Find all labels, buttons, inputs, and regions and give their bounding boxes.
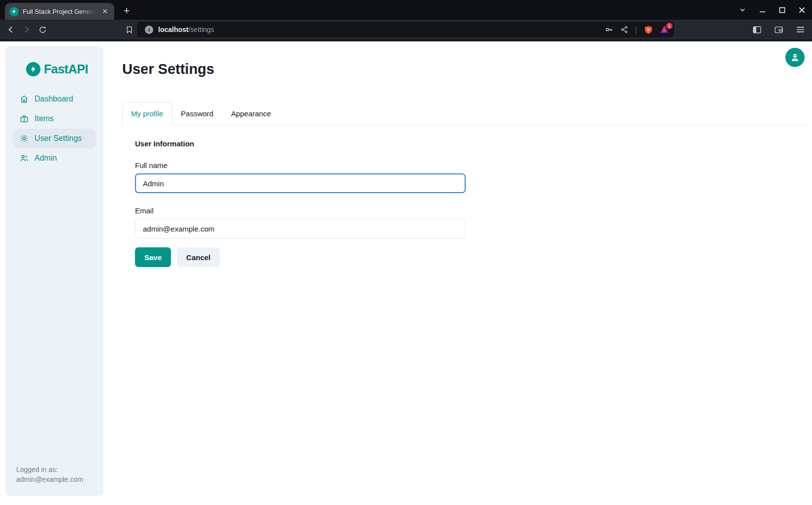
browser-tab[interactable]: Full Stack Project Genera ✕ bbox=[5, 3, 114, 20]
gear-icon bbox=[20, 134, 29, 143]
address-bar[interactable]: i localhost /settings | bbox=[137, 22, 674, 37]
email-label: Email bbox=[135, 206, 466, 215]
logged-in-footer: Logged in as: admin@example.com bbox=[16, 465, 83, 484]
users-icon bbox=[20, 154, 29, 163]
tab-close-icon[interactable]: ✕ bbox=[100, 7, 110, 16]
email-input[interactable] bbox=[135, 219, 466, 238]
tab-password[interactable]: Password bbox=[172, 102, 222, 125]
tab-search-chevron-icon[interactable] bbox=[736, 3, 749, 16]
browser-tab-strip: Full Stack Project Genera ✕ + bbox=[0, 0, 812, 20]
logo-text: FastAPI bbox=[44, 62, 88, 76]
wallet-icon[interactable] bbox=[772, 23, 785, 36]
sidebar-item-label: Items bbox=[34, 114, 54, 123]
fastapi-logo: FastAPI bbox=[26, 62, 88, 76]
tab-title: Full Stack Project Genera bbox=[23, 8, 96, 15]
app-sidebar: FastAPI Dashboard Items User Settings Ad… bbox=[5, 46, 103, 496]
cancel-button[interactable]: Cancel bbox=[177, 247, 220, 267]
settings-tab-list: My profile Password Appearance bbox=[122, 102, 806, 125]
form-actions: Save Cancel bbox=[135, 247, 466, 267]
sidebar-item-label: Dashboard bbox=[34, 95, 73, 103]
sidebar-item-label: Admin bbox=[34, 154, 57, 163]
sidebar-item-label: User Settings bbox=[34, 134, 82, 143]
section-title: User Information bbox=[135, 139, 466, 148]
fastapi-favicon-icon bbox=[9, 7, 19, 16]
chrome-page-divider bbox=[0, 39, 812, 41]
window-close-button[interactable] bbox=[795, 3, 808, 16]
browser-toolbar: i localhost /settings | bbox=[0, 20, 812, 39]
profile-panel: User Information Full name Email Save Ca… bbox=[135, 139, 466, 267]
sidebar-toggle-icon[interactable] bbox=[750, 23, 764, 36]
brave-shield-icon[interactable] bbox=[644, 25, 653, 34]
fastapi-bolt-icon bbox=[26, 62, 40, 76]
rewards-badge: 1 bbox=[666, 23, 673, 29]
sidebar-item-dashboard[interactable]: Dashboard bbox=[13, 89, 96, 109]
sidebar-nav: Dashboard Items User Settings Admin bbox=[13, 89, 96, 168]
reload-button[interactable] bbox=[35, 23, 49, 36]
home-icon bbox=[20, 95, 29, 103]
password-key-icon[interactable] bbox=[605, 25, 613, 34]
full-name-label: Full name bbox=[135, 161, 466, 169]
bookmark-icon[interactable] bbox=[122, 23, 136, 36]
tab-appearance[interactable]: Appearance bbox=[222, 102, 280, 125]
tab-my-profile[interactable]: My profile bbox=[122, 102, 172, 125]
url-path: /settings bbox=[188, 26, 214, 34]
toolbar-divider: | bbox=[635, 26, 637, 34]
brave-rewards-icon[interactable]: 1 bbox=[660, 25, 669, 34]
window-maximize-button[interactable] bbox=[776, 3, 788, 16]
user-icon bbox=[790, 52, 800, 63]
page-title: User Settings bbox=[122, 61, 214, 77]
sidebar-item-admin[interactable]: Admin bbox=[13, 148, 96, 168]
site-info-icon[interactable]: i bbox=[145, 26, 153, 34]
new-tab-button[interactable]: + bbox=[120, 4, 134, 18]
logged-in-label: Logged in as: bbox=[16, 465, 83, 474]
share-icon[interactable] bbox=[620, 26, 628, 34]
sidebar-item-user-settings[interactable]: User Settings bbox=[13, 129, 96, 148]
logged-in-email: admin@example.com bbox=[16, 474, 83, 484]
back-button[interactable] bbox=[4, 23, 18, 36]
user-avatar-button[interactable] bbox=[785, 48, 805, 67]
sidebar-item-items[interactable]: Items bbox=[13, 109, 96, 129]
window-minimize-button[interactable] bbox=[756, 3, 769, 16]
full-name-input[interactable] bbox=[135, 173, 466, 193]
briefcase-icon bbox=[20, 114, 29, 123]
forward-button bbox=[20, 23, 34, 36]
url-host: localhost bbox=[158, 26, 188, 34]
save-button[interactable]: Save bbox=[135, 247, 171, 267]
menu-hamburger-icon[interactable] bbox=[793, 23, 807, 36]
